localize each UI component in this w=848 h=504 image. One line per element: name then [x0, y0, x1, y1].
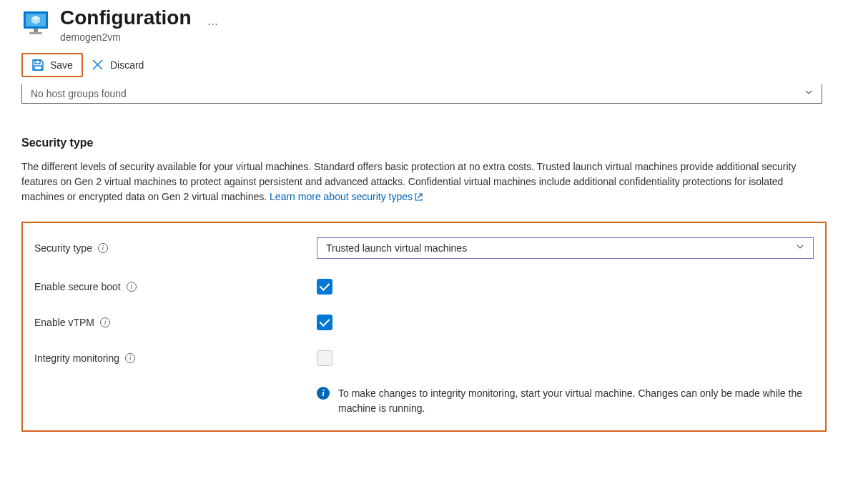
integrity-label: Integrity monitoring [34, 352, 119, 364]
vtpm-checkbox[interactable] [317, 315, 332, 330]
integrity-row: Integrity monitoring i [34, 350, 814, 366]
more-actions-button[interactable]: … [207, 15, 219, 28]
svg-line-8 [418, 194, 422, 198]
security-section-title: Security type [21, 137, 827, 149]
integrity-info-text: To make changes to integrity monitoring,… [338, 386, 814, 416]
title-block: Configuration … demogen2vm [60, 6, 827, 43]
security-settings-panel: Security type i Trusted launch virtual m… [21, 222, 827, 432]
learn-more-link[interactable]: Learn more about security types [270, 191, 423, 202]
info-circle-icon: i [317, 387, 330, 400]
page-title: Configuration [60, 6, 192, 30]
save-label: Save [50, 59, 73, 71]
host-group-select[interactable]: No host groups found [21, 84, 822, 104]
svg-rect-2 [34, 29, 38, 32]
secure-boot-row: Enable secure boot i [34, 279, 814, 295]
content-area: No host groups found Security type The d… [0, 84, 848, 432]
security-type-select[interactable]: Trusted launch virtual machines [317, 237, 814, 259]
vtpm-row: Enable vTPM i [34, 315, 814, 330]
vm-icon [21, 9, 50, 37]
secure-boot-label: Enable secure boot [34, 281, 121, 292]
external-link-icon [414, 191, 423, 206]
chevron-down-icon [804, 88, 813, 99]
info-icon[interactable]: i [100, 317, 110, 327]
security-type-row: Security type i Trusted launch virtual m… [34, 237, 814, 259]
secure-boot-checkbox[interactable] [317, 279, 332, 295]
security-type-value: Trusted launch virtual machines [326, 242, 467, 254]
info-icon[interactable]: i [125, 353, 135, 363]
svg-rect-5 [34, 66, 41, 70]
info-icon[interactable]: i [127, 282, 137, 292]
svg-rect-3 [29, 32, 42, 34]
vtpm-label-col: Enable vTPM i [34, 317, 317, 328]
integrity-control [317, 350, 814, 366]
vtpm-label: Enable vTPM [34, 317, 94, 328]
security-description: The different levels of security availab… [21, 159, 808, 206]
security-type-label-col: Security type i [34, 242, 317, 254]
discard-button[interactable]: Discard [83, 54, 152, 76]
resource-name: demogen2vm [60, 31, 827, 43]
security-type-control: Trusted launch virtual machines [317, 237, 814, 259]
vtpm-control [317, 315, 814, 330]
chevron-down-icon [796, 242, 804, 253]
host-group-value: No host groups found [31, 88, 127, 99]
save-button[interactable]: Save [21, 53, 83, 77]
integrity-label-col: Integrity monitoring i [34, 352, 317, 364]
info-icon[interactable]: i [98, 243, 108, 253]
security-type-label: Security type [34, 242, 92, 254]
save-icon [31, 59, 44, 71]
secure-boot-control [317, 279, 814, 295]
discard-label: Discard [110, 59, 144, 71]
svg-rect-4 [35, 60, 40, 64]
integrity-info-banner: i To make changes to integrity monitorin… [317, 386, 814, 416]
integrity-checkbox [317, 350, 332, 366]
discard-icon [92, 59, 104, 71]
secure-boot-label-col: Enable secure boot i [34, 281, 317, 292]
toolbar: Save Discard [0, 43, 848, 84]
page-header: Configuration … demogen2vm [0, 0, 848, 43]
